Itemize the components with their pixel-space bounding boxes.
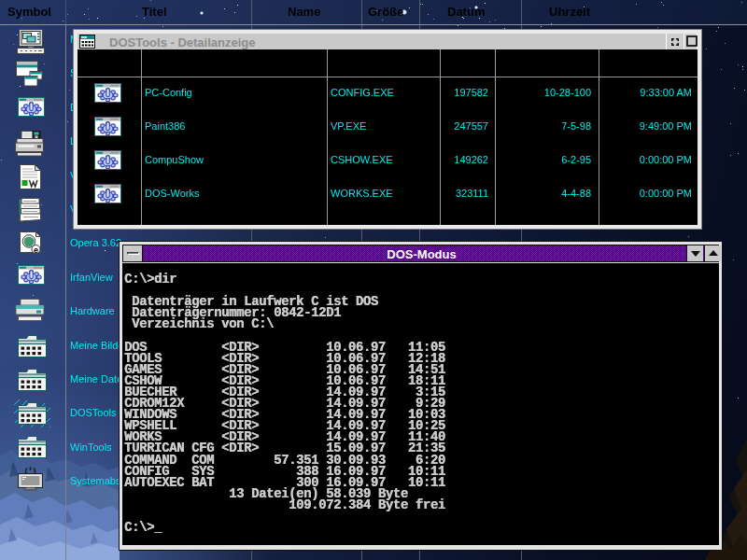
svg-text:e: e <box>34 245 38 255</box>
